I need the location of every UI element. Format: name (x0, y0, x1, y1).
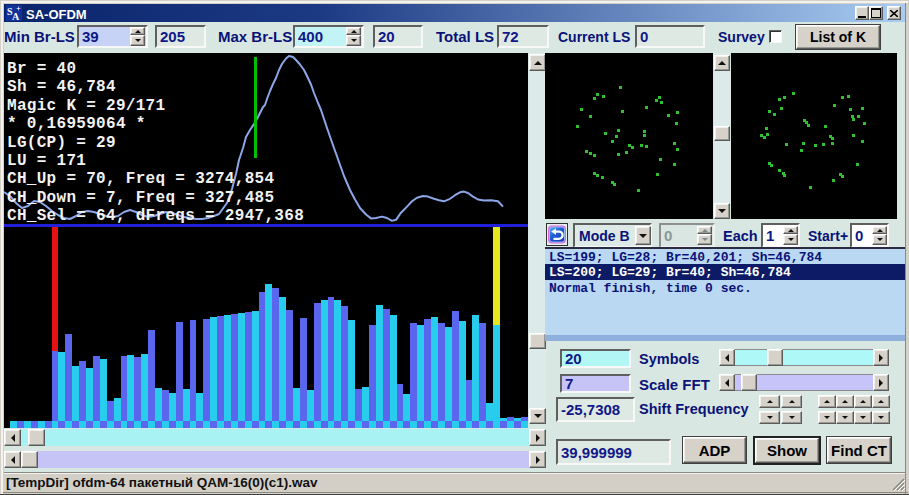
svg-text:CH_Up = 70, Freq = 3274,854: CH_Up = 70, Freq = 3274,854 (7, 170, 274, 188)
svg-text:CH_Sel = 64, dFreqs = 2947,368: CH_Sel = 64, dFreqs = 2947,368 (7, 207, 304, 225)
svg-text:LU = 171: LU = 171 (7, 152, 86, 170)
svg-text:* 0,16959064 *: * 0,16959064 * (7, 115, 146, 133)
svg-text:A: A (12, 11, 20, 21)
svg-text:CH_Down = 7, Freq = 327,485: CH_Down = 7, Freq = 327,485 (7, 189, 274, 207)
svg-text:Magic K = 29/171: Magic K = 29/171 (7, 97, 165, 115)
svg-text:Sh = 46,784: Sh = 46,784 (7, 78, 116, 96)
svg-text:Br = 40: Br = 40 (7, 60, 76, 78)
svg-text:LG(CP) = 29: LG(CP) = 29 (7, 134, 116, 152)
